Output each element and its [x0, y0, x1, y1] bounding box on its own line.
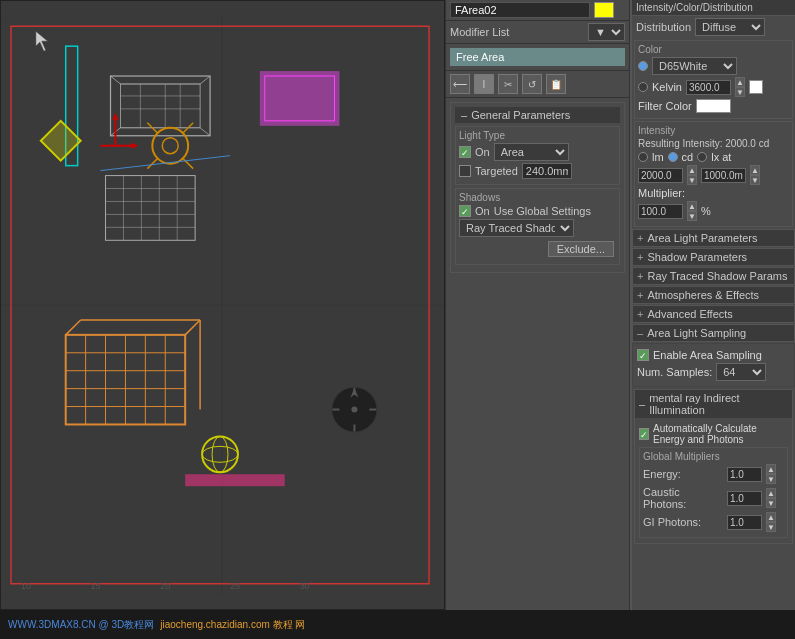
- intensity-spinner2[interactable]: ▲ ▼: [750, 165, 760, 185]
- multiplier-label: Multiplier:: [638, 187, 685, 199]
- energy-spinner[interactable]: ▲ ▼: [766, 464, 776, 484]
- object-name-bar: [446, 0, 629, 21]
- free-area-item[interactable]: Free Area: [450, 48, 625, 66]
- multiplier-row: Multiplier:: [638, 187, 789, 199]
- energy-input[interactable]: [727, 467, 762, 482]
- gi-up[interactable]: ▲: [766, 512, 776, 522]
- object-name-input[interactable]: [450, 2, 590, 18]
- svg-text:15: 15: [91, 581, 101, 591]
- filter-color-preview[interactable]: [696, 99, 731, 113]
- kelvin-up[interactable]: ▲: [735, 77, 745, 87]
- caustic-up[interactable]: ▲: [766, 488, 776, 498]
- targeted-checkbox[interactable]: [459, 165, 471, 177]
- viewport[interactable]: 10 15 20 25 30: [0, 0, 445, 610]
- d65white-radio[interactable]: [638, 61, 648, 71]
- kelvin-spinner[interactable]: ▲ ▼: [735, 77, 745, 97]
- shadows-on-checkbox[interactable]: [459, 205, 471, 217]
- resulting-intensity-text: Resulting Intensity: 2000.0 cd: [638, 138, 789, 149]
- kelvin-row: Kelvin ▲ ▼: [638, 77, 789, 97]
- shadows-on-label: On: [475, 205, 490, 217]
- light-type-label: Light Type: [459, 130, 616, 141]
- global-mult-label: Global Multipliers: [643, 451, 784, 462]
- cd-radio[interactable]: [668, 152, 678, 162]
- icon-copy[interactable]: 📋: [546, 74, 566, 94]
- area-light-sampling-header[interactable]: – Area Light Sampling: [632, 324, 795, 342]
- mental-ray-title: mental ray Indirect Illumination: [649, 392, 788, 416]
- intensity-value1[interactable]: [638, 168, 683, 183]
- multiplier-input[interactable]: [638, 204, 683, 219]
- enable-area-sampling-checkbox[interactable]: [637, 349, 649, 361]
- intensity-values-row: ▲ ▼ ▲ ▼: [638, 165, 789, 185]
- area-light-params-label: Area Light Parameters: [647, 232, 757, 244]
- watermark-site2: jiaocheng.chazidian.com 教程 网: [160, 618, 305, 632]
- plus-icon-1: +: [637, 232, 643, 244]
- light-type-group: Light Type On Area Spot Direct Targeted: [455, 126, 620, 185]
- plus-icon-5: +: [637, 308, 643, 320]
- toolbar-icons: ⟵ Ι ✂ ↺ 📋: [446, 70, 629, 98]
- advanced-effects-header[interactable]: + Advanced Effects: [632, 305, 795, 323]
- intensity-label: Intensity: [638, 125, 789, 136]
- distribution-row: Distribution Diffuse Isotropic: [632, 16, 795, 38]
- intensity-up2[interactable]: ▲: [750, 165, 760, 175]
- icon-cut[interactable]: ✂: [498, 74, 518, 94]
- shadow-params-header[interactable]: + Shadow Parameters: [632, 248, 795, 266]
- gi-input[interactable]: [727, 515, 762, 530]
- kelvin-radio[interactable]: [638, 82, 648, 92]
- exclude-button[interactable]: Exclude...: [548, 241, 614, 257]
- multiplier-spinner[interactable]: ▲ ▼: [687, 201, 697, 221]
- gi-label: GI Photons:: [643, 516, 723, 528]
- distribution-select[interactable]: Diffuse Isotropic: [695, 18, 765, 36]
- icon-undo[interactable]: ↺: [522, 74, 542, 94]
- filter-color-label: Filter Color: [638, 100, 692, 112]
- lm-radio[interactable]: [638, 152, 648, 162]
- mental-ray-content: Automatically Calculate Energy and Photo…: [635, 418, 792, 543]
- modifier-list-area: Free Area: [446, 44, 629, 70]
- energy-label: Energy:: [643, 468, 723, 480]
- intensity-spinner1[interactable]: ▲ ▼: [687, 165, 697, 185]
- multiplier-up[interactable]: ▲: [687, 201, 697, 211]
- shadows-label: Shadows: [459, 192, 616, 203]
- intensity-value2[interactable]: [701, 168, 746, 183]
- kelvin-down[interactable]: ▼: [735, 87, 745, 97]
- viewport-svg: 10 15 20 25 30: [1, 1, 444, 609]
- num-samples-label: Num. Samples:: [637, 366, 712, 378]
- energy-down[interactable]: ▼: [766, 474, 776, 484]
- light-type-select[interactable]: Area Spot Direct: [494, 143, 569, 161]
- area-light-params-header[interactable]: + Area Light Parameters: [632, 229, 795, 247]
- targeted-value-input[interactable]: [522, 163, 572, 179]
- energy-up[interactable]: ▲: [766, 464, 776, 474]
- area-light-sampling-label: Area Light Sampling: [647, 327, 746, 339]
- shadow-type-select[interactable]: Ray Traced Shadows Shadow Map: [459, 219, 574, 237]
- kelvin-input[interactable]: [686, 80, 731, 95]
- caustic-input[interactable]: [727, 491, 762, 506]
- light-on-checkbox[interactable]: [459, 146, 471, 158]
- intensity-down1[interactable]: ▼: [687, 175, 697, 185]
- d65white-select[interactable]: D65White: [652, 57, 737, 75]
- modifier-dropdown[interactable]: ▼: [588, 23, 625, 41]
- d65white-row: D65White: [638, 57, 789, 75]
- caustic-spinner[interactable]: ▲ ▼: [766, 488, 776, 508]
- num-samples-select[interactable]: 64 32 128: [716, 363, 766, 381]
- num-samples-row: Num. Samples: 64 32 128: [637, 363, 790, 381]
- minus-icon-1: –: [637, 327, 643, 339]
- gi-row: GI Photons: ▲ ▼: [643, 512, 784, 532]
- gi-down[interactable]: ▼: [766, 522, 776, 532]
- object-color-box[interactable]: [594, 2, 614, 18]
- left-section: 10 15 20 25 30 WWW.3DMAX8.CN @ 3D教程网 jia…: [0, 0, 445, 639]
- caustic-down[interactable]: ▼: [766, 498, 776, 508]
- lx-radio[interactable]: [697, 152, 707, 162]
- icon-select[interactable]: Ι: [474, 74, 494, 94]
- mental-ray-section: – mental ray Indirect Illumination Autom…: [634, 389, 793, 544]
- intensity-up1[interactable]: ▲: [687, 165, 697, 175]
- lx-label: lx at: [711, 151, 731, 163]
- atmospheres-header[interactable]: + Atmospheres & Effects: [632, 286, 795, 304]
- auto-calc-checkbox[interactable]: [639, 428, 649, 440]
- multiplier-down[interactable]: ▼: [687, 211, 697, 221]
- auto-calc-row: Automatically Calculate Energy and Photo…: [639, 423, 788, 445]
- gi-spinner[interactable]: ▲ ▼: [766, 512, 776, 532]
- intensity-down2[interactable]: ▼: [750, 175, 760, 185]
- ray-traced-header[interactable]: + Ray Traced Shadow Params: [632, 267, 795, 285]
- atmospheres-label: Atmospheres & Effects: [647, 289, 759, 301]
- sections-container: + Area Light Parameters + Shadow Paramet…: [632, 229, 795, 342]
- icon-pin[interactable]: ⟵: [450, 74, 470, 94]
